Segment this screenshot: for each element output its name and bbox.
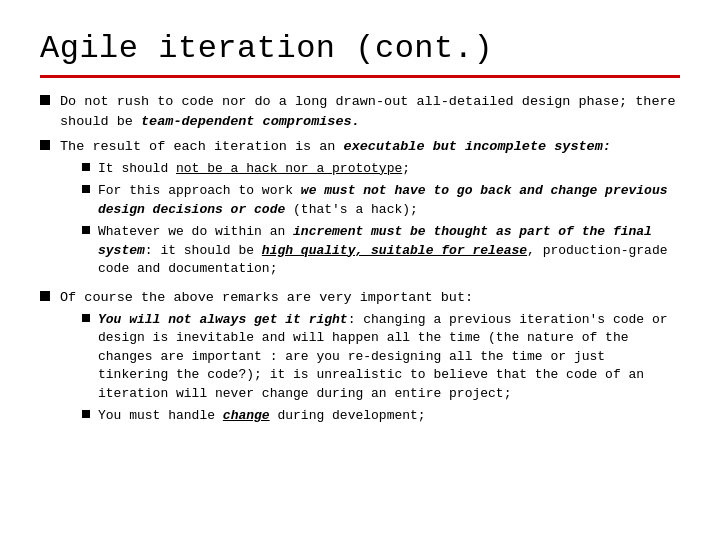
bullet-item-2: The result of each iteration is an execu… bbox=[40, 137, 680, 282]
title-divider bbox=[40, 75, 680, 78]
sub-bullet-2-2: For this approach to work we must not ha… bbox=[82, 182, 680, 219]
sub-bullet-2-3: Whatever we do within an increment must … bbox=[82, 223, 680, 278]
sub-text-2-1: It should not be a hack nor a prototype; bbox=[98, 160, 680, 178]
sub-text-3-2: You must handle change during developmen… bbox=[98, 407, 680, 425]
sub-bullets-3: You will not always get it right: changi… bbox=[82, 311, 680, 426]
content-area: Do not rush to code nor do a long drawn-… bbox=[40, 92, 680, 430]
sub-bullet-2-1: It should not be a hack nor a prototype; bbox=[82, 160, 680, 178]
emphasis-3-1: You will not always get it right bbox=[98, 312, 348, 327]
emphasis-2-3b: high quality, suitable for release bbox=[262, 243, 527, 258]
sub-square-2-3 bbox=[82, 226, 90, 234]
bullet2-prefix: The result of each iteration is an bbox=[60, 139, 344, 154]
sub-square-2-1 bbox=[82, 163, 90, 171]
bullet-text-2: The result of each iteration is an execu… bbox=[60, 137, 680, 282]
bullet-item-1: Do not rush to code nor do a long drawn-… bbox=[40, 92, 680, 131]
slide-title: Agile iteration (cont.) bbox=[40, 30, 680, 67]
bullet-square-3 bbox=[40, 291, 50, 301]
emphasis-2-2: we must not have to go back and change p… bbox=[98, 183, 668, 216]
bullet-item-3: Of course the above remarks are very imp… bbox=[40, 288, 680, 429]
bullet-square-1 bbox=[40, 95, 50, 105]
sub-square-3-2 bbox=[82, 410, 90, 418]
bullet-text-1: Do not rush to code nor do a long drawn-… bbox=[60, 92, 680, 131]
sub-bullet-3-2: You must handle change during developmen… bbox=[82, 407, 680, 425]
sub-text-2-2: For this approach to work we must not ha… bbox=[98, 182, 680, 219]
bullet2-emphasis: executable but incomplete system: bbox=[344, 139, 611, 154]
bullet-square-2 bbox=[40, 140, 50, 150]
bullet3-text: Of course the above remarks are very imp… bbox=[60, 290, 473, 305]
sub-square-2-2 bbox=[82, 185, 90, 193]
emphasis-3-2: change bbox=[223, 408, 270, 423]
sub-bullets-2: It should not be a hack nor a prototype;… bbox=[82, 160, 680, 279]
sub-text-3-1: You will not always get it right: changi… bbox=[98, 311, 680, 403]
bullet-text-3: Of course the above remarks are very imp… bbox=[60, 288, 680, 429]
sub-bullet-3-1: You will not always get it right: changi… bbox=[82, 311, 680, 403]
sub-square-3-1 bbox=[82, 314, 90, 322]
sub-text-2-3: Whatever we do within an increment must … bbox=[98, 223, 680, 278]
slide: Agile iteration (cont.) Do not rush to c… bbox=[0, 0, 720, 540]
emphasis-1: team-dependent compromises. bbox=[141, 114, 360, 129]
underline-1: not be a hack nor a prototype bbox=[176, 161, 402, 176]
